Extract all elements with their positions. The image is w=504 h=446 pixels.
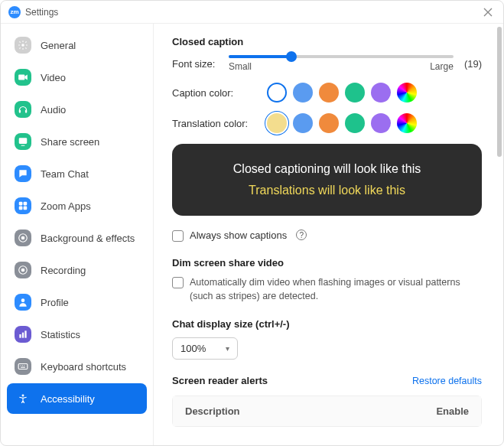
- chat-size-select[interactable]: 100% ▾: [172, 337, 238, 360]
- svg-point-0: [21, 44, 24, 47]
- caption-color-swatches: [267, 83, 417, 103]
- svg-rect-3: [25, 110, 27, 113]
- color-swatch[interactable]: [371, 113, 391, 133]
- sidebar-item-zoom-apps[interactable]: Zoom Apps: [7, 190, 147, 221]
- svg-point-20: [24, 365, 24, 366]
- chevron-down-icon: ▾: [226, 344, 229, 353]
- svg-rect-14: [19, 334, 21, 338]
- translation-color-swatches: [267, 113, 417, 133]
- svg-rect-4: [19, 138, 28, 144]
- svg-rect-17: [18, 364, 28, 369]
- svg-point-13: [21, 298, 25, 302]
- sidebar-item-label: Keyboard shortcuts: [41, 361, 126, 373]
- sidebar-item-label: Video: [41, 72, 66, 83]
- slider-fill: [229, 55, 291, 58]
- svg-rect-21: [21, 367, 25, 368]
- sidebar-item-label: Zoom Apps: [41, 200, 91, 212]
- sidebar-item-accessibility[interactable]: Accessibility: [7, 383, 147, 414]
- closed-caption-heading: Closed caption: [172, 36, 482, 47]
- caption-preview: Closed captioning will look like this Tr…: [172, 144, 482, 216]
- always-show-captions-checkbox[interactable]: [172, 230, 184, 242]
- dim-video-checkbox[interactable]: [172, 277, 184, 288]
- background-effects-icon: [15, 230, 31, 246]
- svg-rect-7: [19, 207, 23, 210]
- general-icon: [15, 37, 31, 54]
- preview-caption-text: Closed captioning will look like this: [187, 162, 467, 176]
- svg-rect-1: [18, 75, 24, 80]
- alerts-col-enable: Enable: [436, 405, 469, 417]
- scrollbar-thumb[interactable]: [497, 27, 502, 157]
- sidebar-item-background-effects[interactable]: Background & effects: [7, 223, 147, 253]
- svg-rect-6: [24, 202, 28, 206]
- svg-point-18: [21, 365, 21, 366]
- content-pane: Closed caption Font size: Small Large (1…: [154, 24, 503, 445]
- app-icon: zm: [8, 6, 21, 18]
- sidebar-item-recording[interactable]: Recording: [7, 255, 147, 285]
- preview-translation-text: Translations will look like this: [187, 184, 467, 197]
- restore-defaults-link[interactable]: Restore defaults: [412, 376, 482, 386]
- color-swatch[interactable]: [293, 83, 313, 103]
- translation-color-label: Translation color:: [172, 118, 256, 129]
- font-size-value: (19): [464, 58, 482, 70]
- alerts-table: Description Enable: [172, 396, 482, 427]
- sidebar-item-profile[interactable]: Profile: [7, 287, 147, 317]
- color-swatch[interactable]: [319, 113, 339, 133]
- color-swatch[interactable]: [371, 83, 391, 103]
- sidebar: GeneralVideoAudioShare screenTeam ChatZo…: [1, 24, 154, 445]
- svg-point-10: [21, 236, 25, 240]
- sidebar-item-label: Profile: [41, 297, 69, 308]
- titlebar: zm Settings: [1, 1, 503, 24]
- svg-rect-8: [24, 207, 28, 210]
- accessibility-icon: [15, 390, 31, 407]
- sidebar-item-label: Statistics: [41, 329, 80, 340]
- sidebar-item-keyboard-shortcuts[interactable]: Keyboard shortcuts: [7, 351, 147, 382]
- sidebar-item-general[interactable]: General: [7, 30, 147, 60]
- svg-rect-5: [19, 202, 23, 206]
- dim-heading: Dim screen share video: [172, 257, 482, 269]
- color-swatch[interactable]: [319, 83, 339, 103]
- team-chat-icon: [15, 165, 31, 182]
- sidebar-item-label: Recording: [41, 265, 86, 276]
- color-swatch[interactable]: [267, 83, 287, 103]
- color-swatch[interactable]: [267, 113, 287, 133]
- sidebar-item-video[interactable]: Video: [7, 62, 147, 93]
- color-swatch[interactable]: [345, 113, 365, 133]
- alerts-col-description: Description: [185, 405, 240, 417]
- sidebar-item-label: Share screen: [41, 136, 99, 148]
- sidebar-item-label: Accessibility: [41, 393, 95, 405]
- color-swatch[interactable]: [397, 83, 417, 103]
- dim-video-desc: Automatically dim video when flashing im…: [190, 276, 482, 303]
- svg-point-12: [21, 269, 25, 272]
- font-size-label: Font size:: [172, 58, 218, 70]
- help-icon[interactable]: ?: [296, 230, 307, 240]
- video-icon: [15, 69, 31, 86]
- share-screen-icon: [15, 133, 31, 150]
- sidebar-item-audio[interactable]: Audio: [7, 94, 147, 125]
- sidebar-item-share-screen[interactable]: Share screen: [7, 126, 147, 157]
- svg-point-19: [22, 365, 23, 366]
- caption-color-label: Caption color:: [172, 87, 256, 99]
- slider-small-label: Small: [229, 61, 252, 72]
- font-size-slider[interactable]: [229, 55, 454, 58]
- slider-large-label: Large: [430, 61, 454, 72]
- slider-thumb[interactable]: [286, 51, 297, 62]
- color-swatch[interactable]: [345, 83, 365, 103]
- sidebar-item-label: General: [41, 40, 76, 51]
- svg-point-22: [22, 394, 24, 396]
- keyboard-shortcuts-icon: [15, 358, 31, 375]
- statistics-icon: [15, 326, 31, 343]
- sidebar-item-label: Audio: [41, 104, 66, 116]
- close-button[interactable]: [480, 5, 496, 20]
- svg-rect-15: [22, 333, 24, 338]
- chat-size-heading: Chat display size (ctrl+/-): [172, 318, 482, 330]
- color-swatch[interactable]: [397, 113, 417, 133]
- always-show-captions-label: Always show captions: [190, 230, 287, 241]
- sidebar-item-label: Background & effects: [41, 233, 135, 244]
- sidebar-item-team-chat[interactable]: Team Chat: [7, 158, 147, 189]
- close-icon: [483, 8, 493, 17]
- chat-size-value: 100%: [180, 343, 206, 354]
- sidebar-item-statistics[interactable]: Statistics: [7, 319, 147, 350]
- profile-icon: [15, 294, 31, 311]
- color-swatch[interactable]: [293, 113, 313, 133]
- sidebar-item-label: Team Chat: [41, 168, 89, 180]
